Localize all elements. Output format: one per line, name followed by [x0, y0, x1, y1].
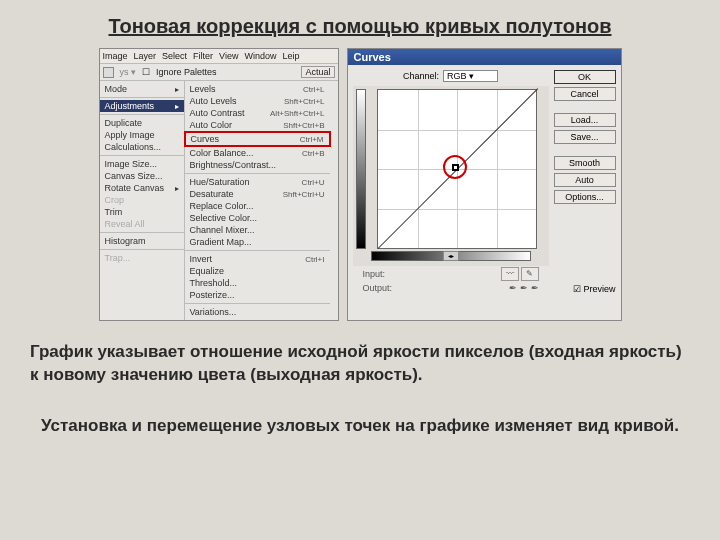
workspace: Image Layer Select Filter View Window Le… — [0, 48, 720, 321]
sub-gradient-map[interactable]: Gradient Map... — [185, 236, 330, 248]
menu-reveal-all: Reveal All — [100, 218, 184, 230]
menu-duplicate[interactable]: Duplicate — [100, 117, 184, 129]
pencil-tool-icon[interactable]: ✎ — [521, 267, 539, 281]
sub-selective-color[interactable]: Selective Color... — [185, 212, 330, 224]
menu-crop: Crop — [100, 194, 184, 206]
output-gradient — [356, 89, 366, 249]
eyedropper-gray-icon[interactable]: ✒ — [520, 283, 528, 293]
sub-channel-mixer[interactable]: Channel Mixer... — [185, 224, 330, 236]
menu-apply-image[interactable]: Apply Image — [100, 129, 184, 141]
channel-select[interactable]: RGB ▾ — [443, 70, 498, 82]
input-gradient: ◂▸ — [371, 251, 531, 261]
sub-replace-color[interactable]: Replace Color... — [185, 200, 330, 212]
curve-tool-icon[interactable]: 〰 — [501, 267, 519, 281]
actual-button[interactable]: Actual — [301, 66, 334, 78]
sub-invert[interactable]: InvertCtrl+I — [185, 253, 330, 265]
eyedropper-white-icon[interactable]: ✒ — [531, 283, 539, 293]
cancel-button[interactable]: Cancel — [554, 87, 616, 101]
menu-trap: Trap... — [100, 252, 184, 264]
load-button[interactable]: Load... — [554, 113, 616, 127]
input-label: Input: — [363, 269, 386, 279]
ignore-palettes-label: Ignore Palettes — [156, 67, 217, 77]
menu-select[interactable]: Select — [162, 51, 187, 61]
menu-layer[interactable]: Layer — [134, 51, 157, 61]
menu-window[interactable]: Window — [244, 51, 276, 61]
menu-image-size[interactable]: Image Size... — [100, 158, 184, 170]
ok-button[interactable]: OK — [554, 70, 616, 84]
menu-histogram[interactable]: Histogram — [100, 235, 184, 247]
menubar: Image Layer Select Filter View Window Le… — [100, 49, 338, 64]
page-title: Тоновая коррекция с помощью кривых полут… — [0, 0, 720, 48]
highlight-circle — [443, 155, 467, 179]
menu-filter[interactable]: Filter — [193, 51, 213, 61]
output-label: Output: — [363, 283, 393, 293]
gradient-slider[interactable]: ◂▸ — [443, 251, 459, 261]
eyedropper-black-icon[interactable]: ✒ — [509, 283, 517, 293]
preview-checkbox[interactable]: ☑ Preview — [554, 284, 616, 294]
options-button[interactable]: Options... — [554, 190, 616, 204]
menu-help[interactable]: Leip — [282, 51, 299, 61]
caption-1: График указывает отношение исходной ярко… — [0, 321, 720, 395]
menu-calculations[interactable]: Calculations... — [100, 141, 184, 153]
sub-posterize[interactable]: Posterize... — [185, 289, 330, 301]
menu-trim[interactable]: Trim — [100, 206, 184, 218]
sub-auto-color[interactable]: Auto ColorShft+Ctrl+B — [185, 119, 330, 131]
sub-auto-levels[interactable]: Auto LevelsShft+Ctrl+L — [185, 95, 330, 107]
sub-levels[interactable]: LevelsCtrl+L — [185, 83, 330, 95]
sub-desaturate[interactable]: DesaturateShft+Ctrl+U — [185, 188, 330, 200]
curve-graph[interactable] — [377, 89, 537, 249]
curves-titlebar: Curves — [348, 49, 621, 65]
sub-hue-sat[interactable]: Hue/SaturationCtrl+U — [185, 176, 330, 188]
photoshop-menu-panel: Image Layer Select Filter View Window Le… — [99, 48, 339, 321]
menu-canvas-size[interactable]: Canvas Size... — [100, 170, 184, 182]
sub-threshold[interactable]: Threshold... — [185, 277, 330, 289]
save-button[interactable]: Save... — [554, 130, 616, 144]
tool-icon[interactable] — [103, 67, 114, 78]
sub-brightness[interactable]: Brightness/Contrast... — [185, 159, 330, 171]
sub-curves[interactable]: CurvesCtrl+M — [186, 133, 329, 145]
smooth-button[interactable]: Smooth — [554, 156, 616, 170]
image-menu: Mode▸ Adjustments▸ Duplicate Apply Image… — [100, 81, 185, 320]
sub-auto-contrast[interactable]: Auto ContrastAlt+Shft+Ctrl+L — [185, 107, 330, 119]
menu-view[interactable]: View — [219, 51, 238, 61]
sub-color-balance[interactable]: Color Balance...Ctrl+B — [185, 147, 330, 159]
menu-mode[interactable]: Mode▸ — [100, 83, 184, 95]
menu-image[interactable]: Image — [103, 51, 128, 61]
curves-dialog: Curves Channel: RGB ▾ — [347, 48, 622, 321]
sub-variations[interactable]: Variations... — [185, 306, 330, 318]
channel-label: Channel: — [403, 71, 439, 81]
sub-equalize[interactable]: Equalize — [185, 265, 330, 277]
menu-rotate-canvas[interactable]: Rotate Canvas▸ — [100, 182, 184, 194]
auto-button[interactable]: Auto — [554, 173, 616, 187]
adjustments-submenu: LevelsCtrl+L Auto LevelsShft+Ctrl+L Auto… — [185, 81, 330, 320]
menu-adjustments[interactable]: Adjustments▸ — [100, 100, 184, 112]
toolbar: ys ▾ ☐Ignore Palettes Actual — [100, 64, 338, 81]
caption-2: Установка и перемещение узловых точек на… — [0, 395, 720, 446]
